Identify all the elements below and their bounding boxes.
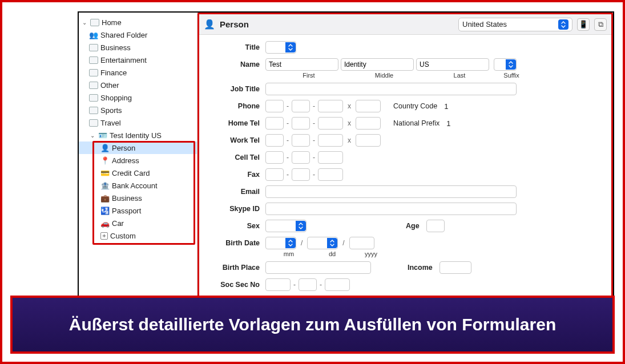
hometel-ext[interactable] [356,117,381,130]
ext-x: x [345,102,353,110]
sidebar-item-business[interactable]: 💼 Business [79,192,197,204]
label-country-code: Country Code [393,102,437,110]
sidebar-item-label: Travel [100,119,121,127]
email-input[interactable] [265,185,517,198]
sidebar-item-travel[interactable]: Travel [79,116,197,129]
sidebar-item-other[interactable]: Other [79,79,197,91]
fax-seg2[interactable] [292,168,310,181]
label-job-title: Job Title [206,85,265,93]
middle-name-input[interactable] [341,58,414,71]
sidebar-item-passport[interactable]: 🛂 Passport [79,204,197,217]
worktel-ext[interactable] [356,134,381,147]
job-title-input[interactable] [265,83,517,95]
worktel-seg3[interactable] [318,134,343,147]
sidebar-item-entertainment[interactable]: Entertainment [79,54,197,66]
sidebar-item-sports[interactable]: Sports [79,104,197,116]
folder-icon [89,55,98,64]
phone-seg3[interactable] [318,100,343,112]
sublabel-mm: mm [271,250,307,257]
label-name: Name [206,60,265,68]
row-name: Name [206,58,604,71]
fax-seg3[interactable] [318,168,343,181]
worktel-seg1[interactable] [265,134,284,147]
ssn-seg3[interactable] [325,278,350,291]
value-country-code: 1 [444,102,448,111]
suffix-select[interactable] [494,58,517,71]
sidebar-item-custom[interactable]: + Custom [79,229,197,242]
caption-text: Äußerst detaillierte Vorlagen zum Ausfül… [69,314,556,335]
page-title: Person [220,19,249,29]
sidebar-home-label: Home [102,18,122,27]
sidebar-item-person[interactable]: 👤 Person [79,141,197,154]
form-area: Title Name [199,35,611,312]
row-cell-tel: Cell Tel - - [206,151,604,164]
sidebar-item-label: Sports [100,106,122,115]
phone-seg1[interactable] [265,100,284,112]
sublabel-suffix: Suffix [497,72,526,79]
credit-card-icon: 💳 [100,168,110,177]
shared-folder-icon: 👥 [89,30,98,39]
sidebar-home[interactable]: ⌄ Home [79,16,197,29]
label-birth-place: Birth Place [206,264,265,272]
celltel-seg3[interactable] [318,151,343,164]
sidebar-item-address[interactable]: 📍 Address [79,154,197,167]
sublabel-first: First [271,72,346,79]
sidebar-item-shared-folder[interactable]: 👥 Shared Folder [79,29,197,41]
celltel-seg1[interactable] [265,151,284,164]
sublabel-middle: Middle [346,72,422,79]
sidebar-item-label: Other [100,81,119,90]
sidebar-item-bank-account[interactable]: 🏦 Bank Account [79,179,197,192]
label-fax: Fax [206,171,265,179]
hometel-seg1[interactable] [265,117,284,130]
name-sublabels: First Middle Last Suffix [271,72,604,79]
row-title: Title [206,41,604,54]
chevron-updown-icon [285,42,296,52]
country-select[interactable]: United States [458,18,572,31]
label-birth-date: Birth Date [206,239,265,247]
birth-sublabels: mm dd yyyy [271,250,604,257]
bank-icon: 🏦 [100,181,110,190]
celltel-seg2[interactable] [292,151,310,164]
phone-seg2[interactable] [292,100,310,112]
phone-ext[interactable] [356,100,381,112]
birth-day-select[interactable] [307,237,338,249]
birth-year-input[interactable] [349,237,374,249]
skype-input[interactable] [265,203,517,215]
person-icon: 👤 [100,143,110,152]
title-select[interactable] [265,41,296,54]
chevron-updown-icon [327,238,337,248]
sidebar-item-shopping[interactable]: Shopping [79,91,197,104]
label-soc-sec: Soc Sec No [206,281,265,289]
hometel-seg3[interactable] [318,117,343,130]
value-national-prefix: 1 [446,119,450,128]
row-phone: Phone - - x Country Code 1 [206,99,604,113]
sidebar-item-business[interactable]: Business [79,41,197,54]
age-input[interactable] [426,220,445,232]
label-age: Age [406,222,420,230]
hometel-seg2[interactable] [292,117,310,130]
sex-select[interactable] [265,220,307,232]
label-phone: Phone [206,102,265,110]
birth-month-select[interactable] [265,237,296,249]
sidebar-identity-folder[interactable]: ⌄ 🪪 Test Identity US [79,129,197,141]
copy-button[interactable]: ⧉ [594,18,607,31]
sidebar-item-car[interactable]: 🚗 Car [79,217,197,229]
device-button[interactable]: 📱 [577,18,590,31]
caption-banner: Äußerst detaillierte Vorlagen zum Ausfül… [10,296,615,354]
sidebar-item-finance[interactable]: Finance [79,66,197,79]
worktel-seg2[interactable] [292,134,310,147]
first-name-input[interactable] [265,58,338,71]
fax-seg1[interactable] [265,168,284,181]
sidebar-item-credit-card[interactable]: 💳 Credit Card [79,167,197,179]
ssn-seg1[interactable] [265,278,291,291]
main-panel: 👤 Person United States 📱 ⧉ [197,13,613,312]
last-name-input[interactable] [416,58,489,71]
income-input[interactable] [439,261,471,274]
birth-place-input[interactable] [265,261,371,274]
chevron-updown-icon [558,19,568,30]
ssn-seg2[interactable] [299,278,317,291]
folder-icon [89,43,98,52]
label-work-tel: Work Tel [206,136,265,144]
sidebar-item-label: Car [112,219,124,228]
sidebar-item-label: Bank Account [112,181,158,190]
